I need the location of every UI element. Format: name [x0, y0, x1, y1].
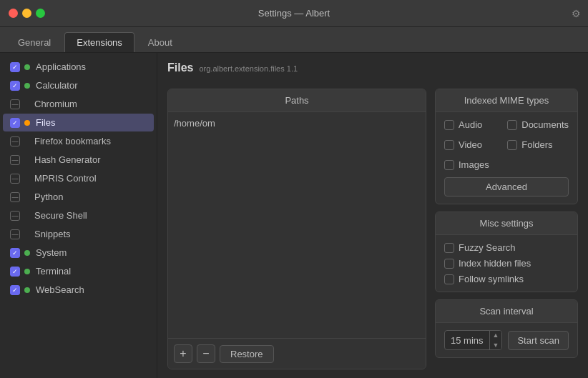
- sidebar-label-applications: Applications: [36, 61, 86, 72]
- sidebar-label-mpris-control: MPRIS Control: [34, 173, 97, 184]
- sidebar-label-system: System: [36, 247, 67, 258]
- checkbox-mpris-control[interactable]: —: [10, 174, 20, 184]
- fuzzy-search-row[interactable]: Fuzzy Search: [444, 242, 569, 253]
- sidebar-item-chromium[interactable]: — Chromium: [3, 95, 154, 113]
- dot-system: [24, 250, 30, 256]
- mime-documents-checkbox[interactable]: [507, 120, 517, 130]
- paths-header: Paths: [168, 89, 426, 112]
- close-button[interactable]: [9, 9, 18, 18]
- sidebar-item-firefox-bookmarks[interactable]: — Firefox bookmarks: [3, 132, 154, 150]
- checkbox-hash-generator[interactable]: —: [10, 155, 20, 165]
- sidebar-item-system[interactable]: ✓ System: [3, 244, 154, 262]
- spin-arrows: ▲ ▼: [489, 330, 502, 350]
- sidebar-item-mpris-control[interactable]: — MPRIS Control: [3, 169, 154, 187]
- content-area: Files org.albert.extension.files 1.1 Pat…: [157, 53, 588, 378]
- maximize-button[interactable]: [36, 9, 45, 18]
- checkbox-firefox-bookmarks[interactable]: —: [10, 136, 20, 146]
- start-scan-button[interactable]: Start scan: [508, 331, 569, 350]
- dot-files: [24, 120, 30, 126]
- sidebar-label-python: Python: [34, 192, 63, 202]
- mime-video-row[interactable]: Video: [444, 139, 501, 150]
- sidebar-item-terminal[interactable]: ✓ Terminal: [3, 262, 154, 280]
- add-path-button[interactable]: +: [174, 344, 192, 363]
- scan-interval-section: Scan interval 15 mins ▲ ▼ Start scan: [435, 299, 578, 358]
- checkbox-secure-shell[interactable]: —: [10, 211, 20, 221]
- sidebar-item-applications[interactable]: ✓ Applications: [3, 58, 154, 76]
- tabbar: General Extensions About: [0, 27, 588, 53]
- sidebar-item-websearch[interactable]: ✓ WebSearch: [3, 281, 154, 299]
- sidebar-item-files[interactable]: ✓ Files: [3, 114, 154, 131]
- advanced-button[interactable]: Advanced: [444, 177, 569, 197]
- minimize-button[interactable]: [22, 9, 31, 18]
- titlebar: Settings — Albert ⚙: [0, 0, 588, 27]
- sidebar-item-snippets[interactable]: — Snippets: [3, 225, 154, 243]
- paths-list: /home/om: [168, 112, 426, 338]
- restore-button[interactable]: Restore: [220, 345, 274, 363]
- page-title: Files: [167, 61, 193, 74]
- index-hidden-row[interactable]: Index hidden files: [444, 258, 569, 269]
- scan-interval-spinner[interactable]: 15 mins ▲ ▼: [444, 330, 502, 350]
- sidebar-item-hash-generator[interactable]: — Hash Generator: [3, 151, 154, 169]
- page-header: Files org.albert.extension.files 1.1: [167, 61, 578, 76]
- sidebar-label-secure-shell: Secure Shell: [34, 210, 87, 221]
- content-row: Paths /home/om + − Restore Indexed MIME …: [167, 89, 578, 369]
- checkbox-system[interactable]: ✓: [10, 248, 20, 258]
- misc-body: Fuzzy Search Index hidden files Follow s…: [436, 235, 577, 292]
- page-subtitle: org.albert.extension.files 1.1: [199, 64, 298, 73]
- mime-images-row[interactable]: Images: [444, 159, 501, 170]
- sidebar-label-chromium: Chromium: [34, 99, 77, 109]
- sidebar-label-hash-generator: Hash Generator: [34, 154, 101, 165]
- mime-audio-row[interactable]: Audio: [444, 119, 501, 130]
- settings-icon: ⚙: [572, 8, 581, 19]
- tab-extensions[interactable]: Extensions: [64, 32, 134, 52]
- sidebar-label-calculator: Calculator: [36, 80, 78, 91]
- sidebar-label-websearch: WebSearch: [36, 284, 84, 295]
- mime-folders-checkbox[interactable]: [507, 140, 517, 150]
- mime-folders-row[interactable]: Folders: [507, 139, 569, 150]
- mime-documents-row[interactable]: Documents: [507, 119, 569, 130]
- titlebar-buttons: [0, 9, 45, 18]
- mime-folders-label: Folders: [521, 139, 552, 150]
- scan-header: Scan interval: [436, 300, 577, 323]
- sidebar-item-secure-shell[interactable]: — Secure Shell: [3, 207, 154, 224]
- checkbox-calculator[interactable]: ✓: [10, 81, 20, 91]
- sidebar-item-python[interactable]: — Python: [3, 188, 154, 206]
- paths-panel: Paths /home/om + − Restore: [167, 89, 426, 369]
- mime-audio-checkbox[interactable]: [444, 120, 454, 130]
- main-layout: ✓ Applications ✓ Calculator — Chromium ✓…: [0, 53, 588, 378]
- mime-video-checkbox[interactable]: [444, 140, 454, 150]
- index-hidden-checkbox[interactable]: [444, 259, 454, 269]
- follow-symlinks-row[interactable]: Follow symlinks: [444, 274, 569, 284]
- sidebar-label-terminal: Terminal: [36, 266, 71, 277]
- mime-types-header: Indexed MIME types: [436, 89, 577, 112]
- mime-documents-label: Documents: [521, 119, 569, 130]
- sidebar-item-calculator[interactable]: ✓ Calculator: [3, 76, 154, 94]
- spin-up-arrow[interactable]: ▲: [490, 330, 502, 340]
- tab-general[interactable]: General: [6, 32, 63, 52]
- right-panel: Indexed MIME types Audio Documents: [435, 89, 578, 369]
- mime-grid: Audio Documents Video: [444, 119, 569, 170]
- mime-video-label: Video: [459, 139, 482, 150]
- remove-path-button[interactable]: −: [197, 344, 215, 363]
- dot-websearch: [24, 287, 30, 293]
- follow-symlinks-label: Follow symlinks: [459, 274, 524, 284]
- index-hidden-label: Index hidden files: [459, 258, 531, 269]
- checkbox-applications[interactable]: ✓: [10, 62, 20, 72]
- misc-settings-section: Misc settings Fuzzy Search Index hidden …: [435, 212, 578, 292]
- checkbox-websearch[interactable]: ✓: [10, 285, 20, 295]
- checkbox-python[interactable]: —: [10, 192, 20, 202]
- checkbox-snippets[interactable]: —: [10, 229, 20, 239]
- checkbox-terminal[interactable]: ✓: [10, 267, 20, 277]
- fuzzy-search-checkbox[interactable]: [444, 243, 454, 253]
- sidebar-label-files: Files: [36, 117, 55, 128]
- checkbox-files[interactable]: ✓: [10, 118, 20, 128]
- mime-types-body: Audio Documents Video: [436, 112, 577, 204]
- mime-images-checkbox[interactable]: [444, 160, 454, 170]
- tab-about[interactable]: About: [136, 32, 185, 52]
- spin-down-arrow[interactable]: ▼: [490, 340, 502, 350]
- mime-types-section: Indexed MIME types Audio Documents: [435, 89, 578, 204]
- follow-symlinks-checkbox[interactable]: [444, 274, 454, 284]
- dot-calculator: [24, 83, 30, 89]
- checkbox-chromium[interactable]: —: [10, 99, 20, 109]
- window-title: Settings — Albert: [258, 8, 330, 19]
